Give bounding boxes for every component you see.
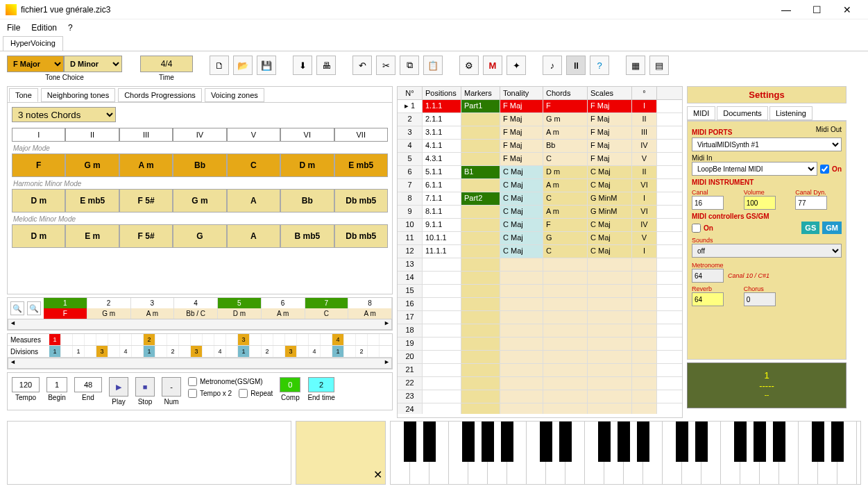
stop-button[interactable]: ■ (135, 377, 155, 397)
tab-hypervoicing[interactable]: HyperVoicing (3, 36, 63, 51)
chord-Dbmb5[interactable]: Db mb5 (334, 224, 388, 248)
table-row[interactable]: 17 (398, 311, 682, 324)
black-key[interactable] (695, 422, 708, 462)
gs-chip[interactable]: GS (801, 222, 819, 234)
table-row[interactable]: 98.1.1C MajA mG MinMVI (398, 206, 682, 219)
tone-minor-select[interactable]: D Minor (64, 56, 122, 72)
settings-tab-listen[interactable]: Listening (769, 106, 812, 120)
table-row[interactable]: ▸ 11.1.1Part1F MajFF MajI (398, 100, 682, 113)
chord-Em[interactable]: E m (65, 224, 119, 248)
table-row[interactable]: 76.1.1C MajA mC MajVI (398, 179, 682, 192)
table-row[interactable]: 14 (398, 272, 682, 285)
th-ton[interactable]: Tonality (500, 87, 543, 99)
black-key[interactable] (831, 422, 844, 462)
table-row[interactable]: 21 (398, 364, 682, 377)
table-row[interactable]: 15 (398, 285, 682, 298)
maximize-button[interactable]: ☐ (801, 0, 832, 19)
chord-Emb5[interactable]: E mb5 (334, 153, 388, 177)
chord-F5#[interactable]: F 5# (119, 224, 173, 248)
settings-icon[interactable]: ⚙ (459, 56, 479, 75)
degree-VI[interactable]: VI (280, 128, 334, 142)
menu-file[interactable]: File (7, 23, 20, 33)
th-deg[interactable]: ° (632, 87, 657, 99)
undo-icon[interactable]: ↶ (352, 56, 372, 75)
table-row[interactable]: 33.1.1F MajA mF MajIII (398, 126, 682, 140)
chord-Dbmb5[interactable]: Db mb5 (334, 189, 388, 212)
black-key[interactable] (773, 422, 785, 462)
canal-input[interactable] (692, 196, 724, 210)
grid1-icon[interactable]: ▦ (626, 56, 645, 75)
th-mk[interactable]: Markers (461, 87, 500, 99)
settings-tab-midi[interactable]: MIDI (687, 106, 715, 120)
tool-icon[interactable]: ✦ (507, 56, 526, 75)
table-row[interactable]: 23 (398, 390, 682, 403)
piano-keyboard[interactable] (390, 421, 861, 485)
reverb-input[interactable] (692, 292, 724, 306)
th-sc[interactable]: Scales (588, 87, 632, 99)
volume-input[interactable] (744, 196, 776, 210)
table-row[interactable]: 22.1.1F MajG mF MajII (398, 113, 682, 126)
subtab-tone[interactable]: Tone (9, 88, 38, 102)
bottom-grid[interactable] (7, 421, 291, 485)
black-key[interactable] (501, 422, 513, 462)
degree-III[interactable]: III (119, 128, 173, 142)
seq-scrollbar[interactable] (8, 319, 392, 330)
black-key[interactable] (423, 422, 436, 462)
black-key[interactable] (676, 422, 688, 462)
tempox2-check[interactable]: Tempo x 2 (188, 389, 232, 398)
chord-C[interactable]: C (227, 153, 280, 177)
meas-scrollbar[interactable] (8, 358, 392, 369)
comp-input[interactable] (280, 377, 300, 392)
export-icon[interactable]: ⬇ (293, 56, 312, 75)
menu-help[interactable]: ? (68, 23, 73, 33)
chord-Gm[interactable]: G m (173, 189, 226, 212)
pause-icon[interactable]: ⏸ (566, 56, 586, 75)
close-button[interactable]: ✕ (832, 0, 862, 19)
m-icon[interactable]: M (483, 56, 502, 75)
tempo-input[interactable] (12, 377, 40, 392)
degree-VII[interactable]: VII (334, 128, 388, 142)
black-key[interactable] (598, 422, 611, 462)
black-key[interactable] (734, 422, 747, 462)
chord-Emb5[interactable]: E mb5 (65, 189, 119, 212)
black-key[interactable] (404, 422, 416, 462)
th-pos[interactable]: Positions (423, 87, 461, 99)
table-row[interactable]: 19 (398, 338, 682, 351)
grid2-icon[interactable]: ▤ (649, 56, 669, 75)
black-key[interactable] (812, 422, 824, 462)
table-row[interactable]: 18 (398, 324, 682, 338)
chord-Dm[interactable]: D m (12, 189, 65, 212)
chord-Dm[interactable]: D m (280, 153, 334, 177)
begin-input[interactable] (46, 377, 67, 392)
table-row[interactable]: 20 (398, 351, 682, 364)
chord-A[interactable]: A (227, 189, 280, 212)
chorus-input[interactable] (744, 292, 776, 306)
table-row[interactable]: 1211.1.1C MajCC MajI (398, 245, 682, 258)
dyn-input[interactable] (795, 196, 827, 210)
chord-type-select[interactable]: 3 notes Chords (12, 107, 116, 122)
chord-G[interactable]: G (173, 224, 226, 248)
new-icon[interactable]: 🗋 (210, 56, 229, 75)
chord-F5#[interactable]: F 5# (119, 189, 173, 212)
degree-II[interactable]: II (65, 128, 119, 142)
degree-V[interactable]: V (227, 128, 280, 142)
chord-Am[interactable]: A m (119, 153, 173, 177)
close-note-icon[interactable]: ✕ (373, 468, 382, 481)
cut-icon[interactable]: ✂ (376, 56, 395, 75)
paste-icon[interactable]: 📋 (423, 56, 443, 75)
table-row[interactable]: 87.1.1Part2C MajCG MinMI (398, 192, 682, 206)
num-button[interactable]: - (162, 377, 181, 397)
print-icon[interactable]: 🖶 (316, 56, 336, 75)
chord-F[interactable]: F (12, 153, 65, 177)
degree-I[interactable]: I (12, 128, 65, 142)
subtab-prog[interactable]: Chords Progressions (118, 88, 202, 102)
metro-input[interactable] (692, 269, 724, 283)
copy-icon[interactable]: ⧉ (400, 56, 419, 75)
table-row[interactable]: 22 (398, 377, 682, 390)
th-n[interactable]: N° (398, 87, 423, 99)
end-input[interactable] (74, 377, 102, 392)
minimize-button[interactable]: — (771, 0, 801, 19)
chord-Gm[interactable]: G m (65, 153, 119, 177)
save-icon[interactable]: 💾 (257, 56, 276, 75)
table-row[interactable]: 44.1.1F MajBbF MajIV (398, 140, 682, 153)
